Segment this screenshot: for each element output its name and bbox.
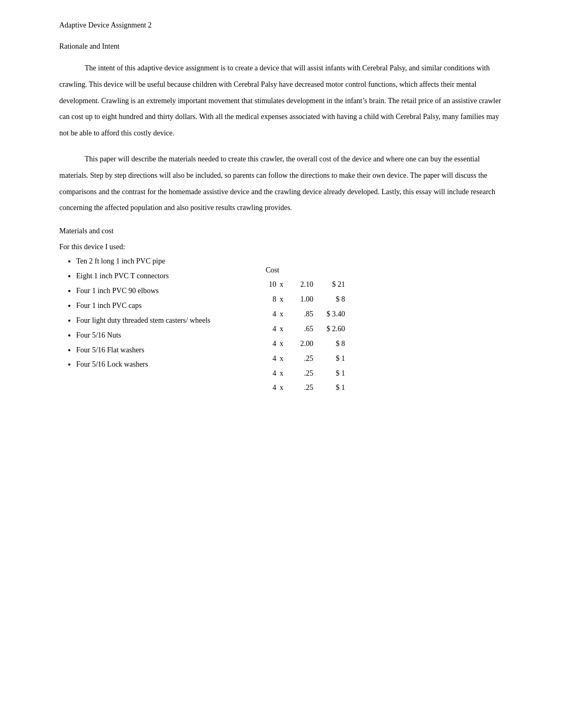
page: Adaptive Device Assignment 2 Rationale a… (0, 0, 562, 728)
cost-unit-4: 2.00 (287, 337, 313, 351)
cost-header: Cost (250, 266, 356, 275)
materials-heading: Materials and cost (59, 227, 503, 235)
materials-table: Ten 2 ft long 1 inch PVC pipeEight 1 inc… (59, 254, 503, 396)
cost-row-5: 4 x .25 $ 1 (250, 352, 356, 366)
cost-x-0: x (276, 278, 287, 292)
cost-qty-6: 4 (250, 367, 276, 380)
material-item-7: Four 5/16 Lock washers (76, 358, 250, 371)
cost-total-6: $ 1 (313, 367, 345, 380)
cost-unit-7: .25 (287, 381, 313, 395)
material-item-0: Ten 2 ft long 1 inch PVC pipe (76, 254, 250, 268)
material-item-6: Four 5/16 Flat washers (76, 343, 250, 357)
cost-row-2: 4 x .85 $ 3.40 (250, 307, 356, 321)
cost-total-2: $ 3.40 (313, 307, 345, 321)
material-item-5: Four 5/16 Nuts (76, 329, 250, 342)
cost-qty-5: 4 (250, 352, 276, 366)
cost-x-6: x (276, 367, 287, 380)
cost-qty-3: 4 (250, 322, 276, 336)
for-device-label: For this device I used: (59, 243, 503, 251)
cost-qty-1: 8 (250, 293, 276, 306)
paragraph-2-block: This paper will describe the materials n… (59, 151, 503, 216)
cost-unit-1: 1.00 (287, 293, 313, 306)
cost-x-3: x (276, 322, 287, 336)
paragraph-1-text: The intent of this adaptive device assig… (59, 60, 503, 142)
material-item-3: Four 1 inch PVC caps (76, 299, 250, 313)
cost-x-7: x (276, 381, 287, 395)
cost-unit-5: .25 (287, 352, 313, 366)
cost-unit-0: 2.10 (287, 278, 313, 292)
material-item-2: Four 1 inch PVC 90 elbows (76, 284, 250, 298)
cost-row-0: 10 x 2.10 $ 21 (250, 278, 356, 292)
cost-x-2: x (276, 307, 287, 321)
cost-total-7: $ 1 (313, 381, 345, 395)
cost-row-7: 4 x .25 $ 1 (250, 381, 356, 395)
cost-x-1: x (276, 293, 287, 306)
material-item-4: Four light duty threaded stem casters/ w… (76, 314, 250, 327)
cost-total-5: $ 1 (313, 352, 345, 366)
cost-row-4: 4 x 2.00 $ 8 (250, 337, 356, 351)
cost-unit-2: .85 (287, 307, 313, 321)
cost-total-4: $ 8 (313, 337, 345, 351)
rationale-heading: Rationale and Intent (59, 42, 503, 51)
cost-total-3: $ 2.60 (313, 322, 345, 336)
cost-row-1: 8 x 1.00 $ 8 (250, 293, 356, 306)
materials-list: Ten 2 ft long 1 inch PVC pipeEight 1 inc… (59, 254, 250, 371)
material-item-1: Eight 1 inch PVC T connectors (76, 269, 250, 283)
materials-list-container: Ten 2 ft long 1 inch PVC pipeEight 1 inc… (59, 254, 250, 372)
cost-container: Cost 10 x 2.10 $ 218 x 1.00 $ 84 x .85 $… (250, 254, 356, 396)
cost-rows: 10 x 2.10 $ 218 x 1.00 $ 84 x .85 $ 3.40… (250, 278, 356, 395)
cost-unit-3: .65 (287, 322, 313, 336)
cost-unit-6: .25 (287, 367, 313, 380)
cost-x-5: x (276, 352, 287, 366)
cost-qty-0: 10 (250, 278, 276, 292)
cost-row-6: 4 x .25 $ 1 (250, 367, 356, 380)
cost-x-4: x (276, 337, 287, 351)
document-title: Adaptive Device Assignment 2 (59, 21, 503, 30)
paragraph-1-block: The intent of this adaptive device assig… (59, 60, 503, 142)
cost-qty-2: 4 (250, 307, 276, 321)
cost-total-0: $ 21 (313, 278, 345, 292)
paragraph-2-text: This paper will describe the materials n… (59, 151, 503, 216)
cost-row-3: 4 x .65 $ 2.60 (250, 322, 356, 336)
cost-qty-4: 4 (250, 337, 276, 351)
cost-total-1: $ 8 (313, 293, 345, 306)
cost-qty-7: 4 (250, 381, 276, 395)
